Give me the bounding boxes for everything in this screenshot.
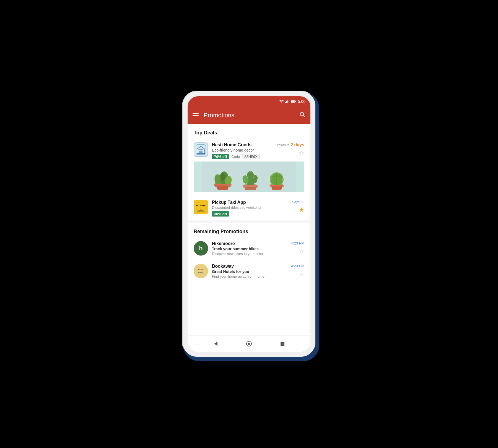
nesti-deal-image	[194, 162, 304, 192]
nesti-code-value: 83HF9X	[242, 154, 260, 159]
hikemoore-star[interactable]: ☆	[299, 248, 304, 255]
svg-rect-3	[287, 100, 288, 103]
bookaway-subtitle: Great Hotels for you	[212, 269, 287, 274]
pickup-date: Sept 22	[292, 200, 304, 204]
svg-text:NESTI: NESTI	[198, 149, 203, 150]
svg-rect-32	[243, 185, 257, 187]
nesti-discount: 70% off	[212, 154, 229, 159]
svg-rect-2	[286, 101, 287, 103]
svg-text:🚕: 🚕	[199, 207, 202, 210]
svg-marker-53	[214, 342, 217, 346]
hikemoore-info: Hikemoore Track your summer hikes Discov…	[212, 241, 287, 256]
nesti-deal-card[interactable]: NESTI Nesti Home Goods Eco-friendly home…	[188, 139, 310, 196]
svg-rect-44	[194, 200, 208, 214]
nesti-meta: 70% off Code 83HF9X	[212, 154, 271, 159]
bookaway-time: 4:23 PM	[291, 264, 304, 268]
svg-rect-1	[285, 102, 286, 103]
app-bar: Promotions	[188, 107, 310, 124]
svg-point-55	[248, 343, 250, 345]
pickup-info: Pickup Taxi App Discounted rides this we…	[212, 200, 288, 217]
svg-text:PICKUP: PICKUP	[196, 204, 206, 207]
signal-icon	[285, 100, 289, 103]
battery-icon	[291, 100, 296, 103]
hikemoore-desc: Discover new hikes in your area	[212, 252, 287, 256]
pickup-logo: PICKUP 🚕	[194, 200, 208, 214]
svg-point-19	[221, 173, 225, 181]
pickup-discount: 30% off	[212, 211, 229, 217]
hikemoore-right: 4:23 PM ☆	[291, 241, 304, 255]
hikemoore-name: Hikemoore	[212, 241, 287, 246]
svg-rect-7	[295, 101, 296, 102]
nesti-info: Nesti Home Goods Eco-friendly home decor…	[212, 142, 271, 159]
pickup-name: Pickup Taxi App	[212, 200, 288, 205]
pickup-meta: 30% off	[212, 211, 288, 217]
top-deals-header: Top Deals	[188, 124, 310, 139]
phone-screen: 5:00 Promotions Top Deals	[188, 96, 310, 352]
phone-frame: 5:00 Promotions Top Deals	[183, 91, 315, 357]
svg-rect-56	[281, 342, 284, 346]
svg-marker-0	[280, 101, 282, 103]
hikemoore-promo-item[interactable]: h Hikemoore Track your summer hikes Disc…	[188, 237, 310, 260]
nesti-expires-days: 2 days	[290, 142, 304, 147]
back-button[interactable]	[211, 339, 221, 349]
search-button[interactable]	[299, 111, 305, 119]
nesti-expires: Expires in 2 days	[275, 142, 304, 147]
bookaway-desc: Find your home away from home	[212, 274, 287, 278]
bookaway-promo-item[interactable]: Book away Bookaway Great Hotels for you …	[188, 260, 310, 282]
app-bar-title: Promotions	[204, 112, 294, 119]
home-button[interactable]	[244, 339, 254, 349]
nesti-right: Expires in 2 days ☆	[275, 142, 304, 157]
bookaway-right: 4:23 PM ☆	[291, 264, 304, 277]
svg-rect-43	[270, 185, 283, 186]
nesti-code-label: Code	[231, 155, 240, 159]
svg-rect-12	[199, 151, 203, 153]
content-area: Top Deals NESTI Nesti Home Goods	[188, 124, 310, 335]
pickup-star[interactable]: ★	[299, 206, 304, 213]
nesti-star[interactable]: ☆	[299, 150, 304, 157]
hikemoore-time: 4:23 PM	[291, 241, 304, 245]
menu-button[interactable]	[193, 113, 199, 117]
nesti-name: Nesti Home Goods	[212, 142, 271, 147]
pickup-desc: Discounted rides this weekend	[212, 205, 288, 210]
pickup-promo-item[interactable]: PICKUP 🚕 Pickup Taxi App Discounted ride…	[188, 196, 310, 220]
hikemoore-logo: h	[194, 241, 208, 256]
pickup-right: Sept 22 ★	[292, 200, 304, 213]
section-divider	[188, 220, 310, 223]
svg-text:h: h	[199, 244, 203, 251]
svg-rect-4	[289, 100, 289, 103]
bottom-nav	[188, 335, 310, 352]
bookaway-logo: Book away	[194, 264, 208, 278]
svg-text:Book: Book	[198, 268, 204, 271]
nesti-logo: NESTI	[194, 142, 208, 157]
status-time: 5:00	[298, 99, 305, 104]
bookaway-name: Bookaway	[212, 264, 287, 269]
status-icons: 5:00	[279, 99, 305, 104]
status-bar: 5:00	[188, 96, 310, 107]
svg-rect-21	[216, 184, 230, 186]
hikemoore-subtitle: Track your summer hikes	[212, 247, 287, 251]
wifi-icon	[279, 100, 284, 103]
nesti-desc: Eco-friendly home decor	[212, 148, 271, 152]
bookaway-info: Bookaway Great Hotels for you Find your …	[212, 264, 287, 278]
recents-button[interactable]	[277, 339, 287, 349]
svg-rect-6	[291, 101, 294, 102]
svg-line-9	[304, 116, 305, 117]
bookaway-star[interactable]: ☆	[299, 270, 304, 277]
remaining-promotions-header: Remaining Promotions	[188, 223, 310, 237]
svg-text:away: away	[198, 271, 204, 274]
